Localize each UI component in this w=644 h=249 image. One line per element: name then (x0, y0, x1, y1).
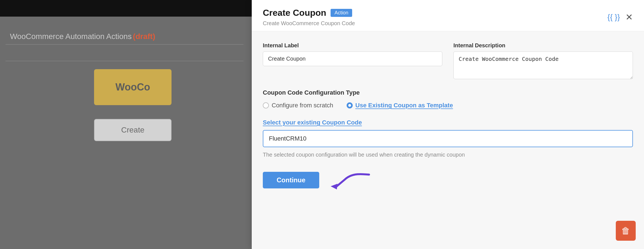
coupon-code-input[interactable] (263, 130, 633, 147)
code-icon[interactable]: {{ }} (607, 13, 620, 22)
modal-title: Create Coupon (263, 8, 326, 18)
bg-node-card: WooCo (94, 69, 172, 105)
bg-draft-label: (draft) (133, 32, 155, 41)
modal-header-right: {{ }} ✕ (607, 13, 633, 22)
internal-label-group: Internal Label (263, 42, 442, 79)
bg-divider-2 (6, 61, 243, 61)
bg-create-text: Create (121, 126, 144, 134)
config-section-title: Coupon Code Configuration Type (263, 89, 633, 96)
close-button[interactable]: ✕ (625, 13, 633, 22)
background-title-area: WooCommerce Automation Actions (draft) (6, 28, 160, 45)
modal-subtitle: Create WooCommerce Coupon Code (263, 20, 355, 27)
delete-icon: 🗑 (621, 226, 630, 236)
arrow-indicator (328, 169, 372, 191)
internal-description-group: Internal Description Create WooCommerce … (453, 42, 633, 79)
coupon-hint-text: The selected coupon configuration will b… (263, 152, 633, 158)
modal-header-left: Create Coupon Action Create WooCommerce … (263, 8, 355, 27)
radio-group-config: Configure from scratch Use Existing Coup… (263, 102, 633, 109)
bg-automation-title: WooCommerce Automation Actions (10, 32, 132, 41)
internal-description-input[interactable]: Create WooCommerce Coupon Code (453, 51, 633, 79)
modal-title-row: Create Coupon Action (263, 8, 355, 18)
radio-circle-scratch (263, 102, 269, 108)
modal-header: Create Coupon Action Create WooCommerce … (252, 0, 644, 31)
continue-area: Continue (263, 169, 633, 191)
bg-create-card: Create (94, 119, 172, 141)
action-badge: Action (331, 9, 352, 17)
radio-label-template: Use Existing Coupon as Template (355, 102, 453, 109)
radio-label-scratch: Configure from scratch (272, 102, 333, 109)
bg-node-text: WooCo (115, 81, 150, 93)
continue-button[interactable]: Continue (263, 172, 319, 188)
internal-label-label: Internal Label (263, 42, 442, 49)
bg-divider-1 (6, 44, 243, 45)
coupon-select-label: Select your existing Coupon Code (263, 119, 633, 126)
radio-option-template[interactable]: Use Existing Coupon as Template (347, 102, 453, 109)
radio-circle-template (347, 102, 353, 108)
arrow-svg (328, 169, 372, 191)
internal-label-input[interactable] (263, 51, 442, 66)
modal-panel: Create Coupon Action Create WooCommerce … (252, 0, 644, 249)
form-row-labels: Internal Label Internal Description Crea… (263, 42, 633, 79)
internal-description-label: Internal Description (453, 42, 633, 49)
delete-button[interactable]: 🗑 (616, 221, 636, 241)
modal-body: Internal Label Internal Description Crea… (252, 31, 644, 249)
radio-option-scratch[interactable]: Configure from scratch (263, 102, 333, 109)
